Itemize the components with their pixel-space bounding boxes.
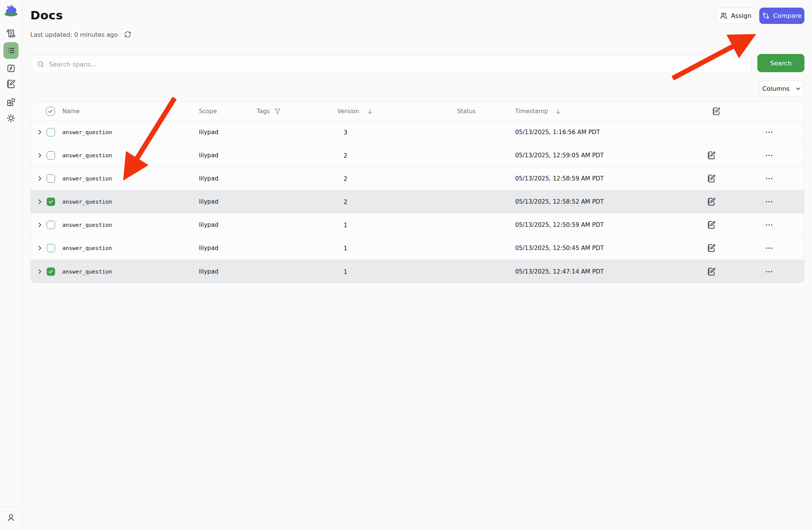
select-all-checkbox[interactable] bbox=[46, 107, 55, 116]
spans-table: Name Scope Tags Version Status Timestamp bbox=[30, 102, 804, 283]
row-name: answer_question bbox=[62, 129, 112, 135]
row-expand-chevron-right-icon[interactable] bbox=[36, 221, 44, 229]
sidebar-divider bbox=[0, 507, 22, 507]
compare-button[interactable]: Compare bbox=[759, 8, 804, 24]
table-row[interactable]: answer_question lilypad 2 05/13/2025, 12… bbox=[31, 167, 804, 190]
table-header-row: Name Scope Tags Version Status Timestamp bbox=[31, 102, 804, 121]
row-menu-ellipsis-icon[interactable] bbox=[762, 244, 777, 252]
column-header-timestamp[interactable]: Timestamp bbox=[515, 108, 561, 115]
column-header-status[interactable]: Status bbox=[457, 108, 476, 115]
row-version: 1 bbox=[344, 268, 347, 275]
row-menu-ellipsis-icon[interactable] bbox=[762, 128, 777, 136]
filter-icon[interactable] bbox=[274, 108, 281, 115]
row-scope: lilypad bbox=[199, 152, 218, 159]
row-name: answer_question bbox=[62, 222, 112, 228]
gear-icon[interactable] bbox=[6, 114, 16, 123]
row-name: answer_question bbox=[62, 199, 112, 205]
compare-label: Compare bbox=[773, 12, 802, 19]
row-notebook-pen-icon[interactable] bbox=[707, 221, 716, 229]
assign-label: Assign bbox=[731, 12, 752, 19]
row-menu-ellipsis-icon[interactable] bbox=[762, 268, 777, 275]
column-header-tags[interactable]: Tags bbox=[257, 108, 281, 115]
row-name: answer_question bbox=[62, 152, 112, 158]
search-button-label: Search bbox=[770, 60, 792, 67]
columns-label: Columns bbox=[762, 85, 790, 92]
table-body: answer_question lilypad 3 05/13/2025, 1:… bbox=[31, 121, 804, 283]
column-header-name[interactable]: Name bbox=[62, 108, 80, 115]
sort-arrow-down-icon[interactable] bbox=[555, 108, 561, 115]
table-row[interactable]: answer_question lilypad 2 05/13/2025, 12… bbox=[31, 144, 804, 167]
list-icon bbox=[7, 46, 15, 55]
row-checkbox[interactable] bbox=[47, 244, 55, 252]
row-version: 2 bbox=[344, 152, 347, 159]
table-row[interactable]: answer_question lilypad 1 05/13/2025, 12… bbox=[31, 214, 804, 237]
git-compare-icon bbox=[762, 12, 769, 19]
blocks-icon[interactable] bbox=[6, 98, 16, 107]
version-label: Version bbox=[337, 108, 359, 115]
row-checkbox[interactable] bbox=[47, 221, 55, 229]
table-row[interactable]: answer_question lilypad 1 05/13/2025, 12… bbox=[31, 260, 804, 283]
row-expand-chevron-right-icon[interactable] bbox=[36, 175, 44, 182]
row-timestamp: 05/13/2025, 12:58:59 AM PDT bbox=[515, 175, 604, 182]
row-checkbox[interactable] bbox=[47, 198, 55, 206]
row-version: 1 bbox=[344, 245, 347, 252]
row-expand-chevron-right-icon[interactable] bbox=[36, 198, 44, 206]
columns-dropdown[interactable]: Columns bbox=[759, 80, 804, 97]
notebook-pen-icon[interactable] bbox=[6, 79, 16, 89]
row-checkbox[interactable] bbox=[47, 174, 55, 183]
users-icon bbox=[720, 12, 727, 19]
user-icon[interactable] bbox=[6, 513, 16, 522]
row-notebook-pen-icon[interactable] bbox=[707, 244, 716, 252]
row-expand-chevron-right-icon[interactable] bbox=[36, 244, 44, 252]
row-notebook-pen-icon[interactable] bbox=[707, 174, 716, 183]
row-timestamp: 05/13/2025, 12:58:52 AM PDT bbox=[515, 198, 604, 205]
sidebar bbox=[0, 0, 22, 530]
row-name: answer_question bbox=[62, 176, 112, 182]
row-checkbox[interactable] bbox=[47, 267, 55, 276]
sort-arrow-down-icon[interactable] bbox=[367, 108, 373, 115]
scroll-icon[interactable] bbox=[6, 29, 16, 38]
row-scope: lilypad bbox=[199, 245, 218, 252]
column-header-notebook bbox=[712, 107, 721, 115]
column-header-version[interactable]: Version bbox=[337, 108, 373, 115]
row-expand-chevron-right-icon[interactable] bbox=[36, 268, 44, 275]
row-version: 3 bbox=[344, 129, 347, 136]
table-row[interactable]: answer_question lilypad 3 05/13/2025, 1:… bbox=[31, 121, 804, 144]
row-notebook-pen-icon[interactable] bbox=[707, 198, 716, 206]
row-menu-ellipsis-icon[interactable] bbox=[762, 175, 777, 182]
check-icon bbox=[48, 199, 54, 204]
page-title: Docs bbox=[30, 8, 63, 22]
refresh-button[interactable] bbox=[121, 28, 134, 41]
row-menu-ellipsis-icon[interactable] bbox=[762, 198, 777, 206]
row-notebook-pen-icon[interactable] bbox=[707, 151, 716, 160]
row-timestamp: 05/13/2025, 12:47:14 AM PDT bbox=[515, 268, 604, 275]
last-updated-text: Last updated: 0 minutes ago bbox=[30, 31, 118, 38]
row-expand-chevron-right-icon[interactable] bbox=[36, 152, 44, 159]
search-icon bbox=[37, 60, 44, 68]
row-checkbox[interactable] bbox=[47, 151, 55, 160]
table-row[interactable]: answer_question lilypad 2 05/13/2025, 12… bbox=[31, 190, 804, 214]
search-button[interactable]: Search bbox=[757, 54, 804, 72]
column-header-scope[interactable]: Scope bbox=[199, 108, 217, 115]
row-checkbox[interactable] bbox=[47, 128, 55, 136]
row-menu-ellipsis-icon[interactable] bbox=[762, 152, 777, 159]
row-scope: lilypad bbox=[199, 268, 218, 275]
row-timestamp: 05/13/2025, 12:59:05 AM PDT bbox=[515, 152, 604, 159]
refresh-icon bbox=[124, 31, 131, 38]
row-timestamp: 05/13/2025, 12:50:45 AM PDT bbox=[515, 245, 604, 252]
table-row[interactable]: answer_question lilypad 1 05/13/2025, 12… bbox=[31, 237, 804, 260]
row-version: 2 bbox=[344, 198, 347, 206]
row-expand-chevron-right-icon[interactable] bbox=[36, 128, 44, 136]
app-window: Docs Last updated: 0 minutes ago Assign … bbox=[0, 0, 812, 530]
sidebar-item-spans-active[interactable] bbox=[3, 42, 19, 59]
row-menu-ellipsis-icon[interactable] bbox=[762, 221, 777, 229]
search-input[interactable] bbox=[49, 61, 745, 68]
row-name: answer_question bbox=[62, 269, 112, 275]
row-notebook-pen-icon[interactable] bbox=[707, 267, 716, 276]
function-square-icon[interactable] bbox=[6, 64, 16, 73]
search-box bbox=[30, 55, 752, 73]
row-timestamp: 05/13/2025, 12:50:59 AM PDT bbox=[515, 221, 604, 228]
frog-logo-icon[interactable] bbox=[3, 2, 19, 18]
assign-button[interactable]: Assign bbox=[716, 8, 755, 24]
tags-label: Tags bbox=[257, 108, 270, 115]
